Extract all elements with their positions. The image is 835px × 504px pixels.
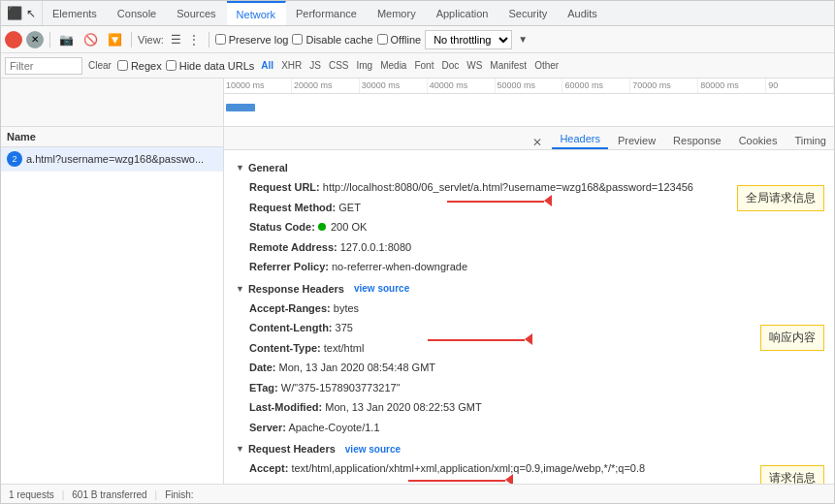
tree-view-button[interactable]: ⋮ <box>185 31 203 48</box>
timeline-request-bar <box>226 104 255 111</box>
preserve-log-label[interactable]: Preserve log <box>215 34 289 46</box>
method-key: Request Method: <box>249 202 336 213</box>
server-key: Server: <box>249 422 286 433</box>
marker-6: 60000 ms <box>562 79 630 93</box>
method-val: GET <box>338 202 361 213</box>
status-sep2: | <box>155 489 158 500</box>
sep3 <box>209 32 209 47</box>
tab-security[interactable]: Security <box>498 1 558 25</box>
offline-checkbox[interactable] <box>377 34 388 45</box>
type-manifest[interactable]: Manifest <box>487 59 530 72</box>
camera-button[interactable]: 📷 <box>56 31 77 48</box>
remote-val: 127.0.0.1:8080 <box>340 241 411 253</box>
remote-key: Remote Address: <box>249 241 337 253</box>
arrowhead-request <box>505 474 513 484</box>
req-name: a.html?username=wzg168&passwo... <box>26 153 204 165</box>
preserve-log-checkbox[interactable] <box>215 34 226 45</box>
tab-preview[interactable]: Preview <box>610 132 663 149</box>
req-headers-triangle-icon: ▼ <box>236 444 244 454</box>
tab-response[interactable]: Response <box>665 132 729 149</box>
arrow-general <box>447 201 544 203</box>
last-modified-val: Mon, 13 Jan 2020 08:22:53 GMT <box>325 401 481 413</box>
main-area: Name 2 a.html?username=wzg168&passwo... … <box>1 127 834 484</box>
tab-headers[interactable]: Headers <box>552 130 608 149</box>
type-img[interactable]: Img <box>354 59 376 72</box>
pointer-icon: ↖ <box>26 7 36 20</box>
tab-network[interactable]: Network <box>227 1 286 25</box>
status-transferred: 601 B transferred <box>72 489 146 500</box>
status-sep1: | <box>62 489 65 500</box>
type-font[interactable]: Font <box>411 59 436 72</box>
filter-input[interactable] <box>5 57 82 75</box>
referrer-val: no-referrer-when-downgrade <box>332 261 467 272</box>
server-val: Apache-Coyote/1.1 <box>288 422 379 433</box>
disable-cache-label[interactable]: Disable cache <box>292 34 372 46</box>
left-panel: Name 2 a.html?username=wzg168&passwo... <box>1 127 224 484</box>
marker-3: 30000 ms <box>360 79 428 93</box>
type-css[interactable]: CSS <box>326 59 352 72</box>
close-panel-button[interactable]: ✕ <box>529 136 546 149</box>
type-doc[interactable]: Doc <box>438 59 462 72</box>
content-length-val: 375 <box>336 322 353 333</box>
general-row-remote: Remote Address: 127.0.0.1:8080 <box>236 237 822 258</box>
devtools-icon: ⬛ <box>7 6 22 20</box>
left-panel-header: Name <box>1 127 223 147</box>
throttle-dropdown-icon: ▼ <box>518 34 528 45</box>
filter-row: Clear Regex Hide data URLs All XHR JS CS… <box>1 53 834 79</box>
tab-elements[interactable]: Elements <box>43 1 108 25</box>
response-headers-title: Response Headers <box>248 283 344 295</box>
tab-sources[interactable]: Sources <box>167 1 226 25</box>
tab-console[interactable]: Console <box>108 1 167 25</box>
record-button[interactable] <box>5 31 22 48</box>
throttle-select[interactable]: No throttling <box>425 30 512 49</box>
status-bar: 1 requests | 601 B transferred | Finish: <box>1 484 834 504</box>
hide-urls-checkbox[interactable] <box>166 60 177 71</box>
req-row-accept-encoding: Accept-Encoding: gzip, deflate, sdch, br <box>236 479 822 485</box>
tab-application[interactable]: Application <box>427 1 499 25</box>
timeline-area: 10000 ms 20000 ms 30000 ms 40000 ms 5000… <box>1 79 834 127</box>
offline-label[interactable]: Offline <box>377 34 422 46</box>
right-panel-tabs: ✕ Headers Preview Response Cookies Timin… <box>224 127 834 150</box>
date-val: Mon, 13 Jan 2020 08:54:48 GMT <box>279 362 435 373</box>
arrowhead-general <box>544 195 552 206</box>
status-val: 200 OK <box>331 221 367 233</box>
regex-checkbox[interactable] <box>117 60 128 71</box>
type-media[interactable]: Media <box>377 59 409 72</box>
clear-button[interactable]: 🚫 <box>80 31 101 48</box>
response-view-source-link[interactable]: view source <box>354 283 409 294</box>
disable-cache-checkbox[interactable] <box>292 34 303 45</box>
callout-response: 响应内容 <box>760 325 824 351</box>
filter-button[interactable]: 🔽 <box>105 31 125 48</box>
status-finish: Finish: <box>165 489 193 500</box>
type-js[interactable]: JS <box>306 59 324 72</box>
req-num-badge: 2 <box>7 151 22 167</box>
filter-clear-button[interactable]: Clear <box>86 60 113 71</box>
marker-4: 40000 ms <box>428 79 496 93</box>
tab-cookies[interactable]: Cookies <box>731 132 786 149</box>
request-view-source-link[interactable]: view source <box>345 444 401 455</box>
tab-memory[interactable]: Memory <box>368 1 427 25</box>
regex-label[interactable]: Regex <box>117 60 162 72</box>
status-dot-icon <box>318 223 326 231</box>
right-panel: ✕ Headers Preview Response Cookies Timin… <box>224 127 834 484</box>
timeline-bar-area <box>224 94 834 126</box>
tab-audits[interactable]: Audits <box>558 1 608 25</box>
list-view-button[interactable]: ☰ <box>168 31 184 48</box>
response-triangle-icon: ▼ <box>236 284 244 294</box>
timeline-right: 10000 ms 20000 ms 30000 ms 40000 ms 5000… <box>224 79 834 126</box>
type-other[interactable]: Other <box>531 59 562 72</box>
tab-performance[interactable]: Performance <box>286 1 368 25</box>
type-xhr[interactable]: XHR <box>278 59 305 72</box>
accept-ranges-val: bytes <box>334 302 359 314</box>
top-tabs: ⬛ ↖ Elements Console Sources Network Per… <box>1 1 834 26</box>
etag-val: W/"375-1578903773217" <box>281 382 401 394</box>
stop-button[interactable]: ✕ <box>26 31 44 48</box>
tab-timing[interactable]: Timing <box>787 132 834 149</box>
arrow-response <box>428 339 525 341</box>
hide-urls-label[interactable]: Hide data URLs <box>166 60 255 72</box>
type-all[interactable]: All <box>258 59 276 72</box>
marker-8: 80000 ms <box>698 79 766 93</box>
content-type-val: text/html <box>324 342 365 354</box>
type-ws[interactable]: WS <box>464 59 485 72</box>
request-item-1[interactable]: 2 a.html?username=wzg168&passwo... <box>1 147 223 172</box>
